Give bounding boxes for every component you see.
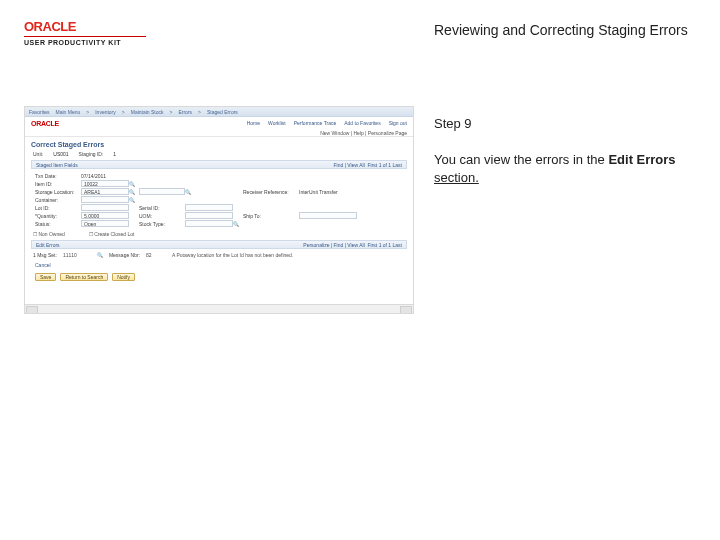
return-to-search-button[interactable]: Return to Search xyxy=(60,273,108,281)
nav-fav[interactable]: Add to Favorites xyxy=(344,120,380,126)
qty-label: *Quantity: xyxy=(35,213,81,219)
msgset-label: 1 Msg Set: xyxy=(33,252,57,258)
app-brand: ORACLE xyxy=(31,120,59,127)
step-desc-pre: You can view the errors in the xyxy=(434,152,608,167)
app-subheader-links[interactable]: New Window | Help | Personalize Page xyxy=(25,129,413,137)
step-description: You can view the errors in the Edit Erro… xyxy=(434,151,696,187)
storage-loc-field-2[interactable] xyxy=(139,188,185,195)
recv-value: InterUnit Transfer xyxy=(299,189,357,195)
notify-button[interactable]: Notify xyxy=(112,273,135,281)
nav-perf[interactable]: Performance Trace xyxy=(294,120,337,126)
tab-inventory: Inventory xyxy=(95,109,116,115)
msgnbr-label: Message Nbr: xyxy=(109,252,140,258)
lookup-icon[interactable]: 🔍 xyxy=(129,197,139,203)
page-title: Reviewing and Correcting Staging Errors xyxy=(434,22,696,38)
lookup-icon[interactable]: 🔍 xyxy=(129,189,139,195)
serial-label: Serial ID: xyxy=(139,205,185,211)
lot-field[interactable] xyxy=(81,204,129,211)
msgnbr-field[interactable]: 82 xyxy=(146,252,166,258)
container-field[interactable] xyxy=(81,196,129,203)
step-label: Step 9 xyxy=(434,116,696,131)
stock-field[interactable] xyxy=(185,220,233,227)
lot-label: Lot ID: xyxy=(35,205,81,211)
non-owned-label: Non Owned xyxy=(38,231,64,237)
status-label: Status: xyxy=(35,221,81,227)
container-label: Container: xyxy=(35,197,81,203)
non-owned-checkbox[interactable]: ☐ Non Owned xyxy=(33,231,65,237)
tab-errors: Errors xyxy=(178,109,192,115)
oracle-logo: ORACLE xyxy=(24,20,414,34)
item-label: Item ID: xyxy=(35,181,81,187)
app-breadcrumb-tabs: Favorites Main Menu > Inventory > Mainta… xyxy=(25,107,413,117)
txn-date-label: Txn Date: xyxy=(35,173,81,179)
lookup-icon[interactable]: 🔍 xyxy=(185,189,233,195)
section2-title: Edit Errors xyxy=(36,241,60,248)
svg-text:ORACLE: ORACLE xyxy=(24,20,77,34)
lookup-icon[interactable]: 🔍 xyxy=(129,181,139,187)
tab-mainmenu: Main Menu xyxy=(56,109,81,115)
logo-subtitle: USER PRODUCTIVITY KIT xyxy=(24,39,414,46)
storage-loc-field[interactable]: AREA1 xyxy=(81,188,129,195)
status-field[interactable]: Open xyxy=(81,220,129,227)
horizontal-scrollbar[interactable] xyxy=(25,304,413,313)
app-top-nav: Home Worklist Performance Trace Add to F… xyxy=(247,120,407,126)
section-staged-item-fields: Staged Item Fields Find | View All First… xyxy=(31,160,407,169)
lookup-icon[interactable]: 🔍 xyxy=(97,252,103,258)
step-desc-bold: Edit Errors xyxy=(608,152,675,167)
staging-label: Staging ID: xyxy=(79,151,104,157)
stock-label: Stock Type: xyxy=(139,221,185,227)
serial-field[interactable] xyxy=(185,204,233,211)
unit-value: US001 xyxy=(53,151,68,157)
error-message: A Putaway location for the Lot Id has no… xyxy=(172,252,405,258)
section1-find[interactable]: Find | View All xyxy=(334,162,365,168)
unit-label: Unit: xyxy=(33,151,43,157)
section1-title: Staged Item Fields xyxy=(36,161,78,168)
step-desc-post: section. xyxy=(434,170,479,185)
ship-field[interactable] xyxy=(299,212,357,219)
create-closed-lot-label: Create Closed Lot xyxy=(94,231,134,237)
lookup-icon[interactable]: 🔍 xyxy=(233,221,243,227)
tab-favorites: Favorites xyxy=(29,109,50,115)
staged-item-form: Txn Date: 07/14/2011 Item ID: 10022 🔍 St… xyxy=(25,171,413,229)
cancel-link[interactable]: Cancel xyxy=(25,259,413,271)
section2-personalize[interactable]: Personalize | Find | View All xyxy=(303,242,364,248)
logo-block: ORACLE USER PRODUCTIVITY KIT xyxy=(24,20,414,46)
tab-staged: Staged Errors xyxy=(207,109,238,115)
item-field[interactable]: 10022 xyxy=(81,180,129,187)
section-edit-errors: Edit Errors Personalize | Find | View Al… xyxy=(31,240,407,249)
ship-label: Ship To: xyxy=(243,213,299,219)
storage-loc-label: Storage Location: xyxy=(35,189,81,195)
nav-signout[interactable]: Sign out xyxy=(389,120,407,126)
nav-home[interactable]: Home xyxy=(247,120,260,126)
staging-value: 1 xyxy=(113,151,116,157)
qty-field[interactable]: 5.0000 xyxy=(81,212,129,219)
recv-label: Receiver Reference: xyxy=(243,189,299,195)
tab-maintain: Maintain Stock xyxy=(131,109,164,115)
txn-date-value: 07/14/2011 xyxy=(81,173,129,179)
section1-pager: First 1 of 1 Last xyxy=(368,162,402,168)
logo-underline xyxy=(24,36,146,37)
nav-worklist[interactable]: Worklist xyxy=(268,120,286,126)
save-button[interactable]: Save xyxy=(35,273,56,281)
app-screen-title: Correct Staged Errors xyxy=(25,137,413,150)
embedded-app-screenshot: Favorites Main Menu > Inventory > Mainta… xyxy=(24,106,414,314)
msgset-field[interactable]: 11110 xyxy=(63,252,91,258)
create-closed-lot-checkbox[interactable]: ☐ Create Closed Lot xyxy=(89,231,135,237)
uom-label: UOM: xyxy=(139,213,185,219)
uom-field[interactable] xyxy=(185,212,233,219)
section2-pager: First 1 of 1 Last xyxy=(368,242,402,248)
